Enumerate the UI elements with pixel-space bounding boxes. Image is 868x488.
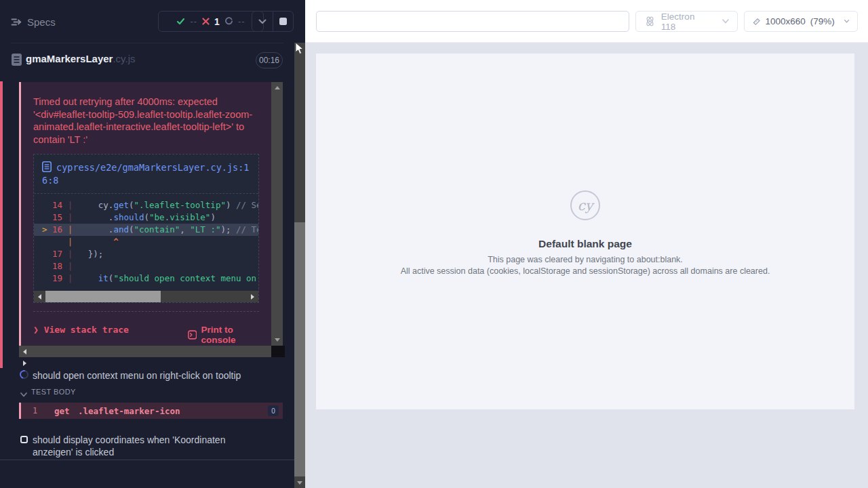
aut-iframe: cy Default blank page This page was clea… [316, 54, 854, 409]
scrollbar-corner [271, 346, 285, 357]
test-body-label: TEST BODY [31, 388, 76, 396]
chevron-down-icon [258, 19, 267, 24]
print-to-console-link[interactable]: Print to console [188, 325, 259, 345]
pending-icon [224, 17, 233, 26]
scroll-left-icon[interactable] [34, 291, 45, 302]
test-title: should open context menu on right-click … [33, 370, 241, 381]
test-stats: -- 1 -- [158, 11, 264, 32]
failed-icon [202, 18, 210, 25]
test-item-running[interactable]: should open context menu on right-click … [19, 369, 277, 382]
running-spinner-icon [18, 369, 31, 381]
reporter-header: Specs -- 1 -- [0, 0, 294, 43]
stop-button[interactable] [273, 12, 294, 31]
failed-count: 1 [214, 16, 220, 27]
command-method: get [54, 406, 70, 416]
code-frame: cypress/e2e/gmaMarkersLayer.cy.js:16:8 1… [33, 154, 259, 303]
passed-icon [176, 17, 185, 26]
error-horizontal-scrollbar[interactable] [19, 346, 271, 357]
error-separator [33, 311, 259, 312]
blank-page-content: cy Default blank page This page was clea… [316, 190, 854, 276]
scroll-right-icon[interactable] [247, 291, 258, 302]
error-links: ❯ View stack trace Print to console [33, 321, 259, 342]
cypress-logo: cy [570, 190, 600, 220]
viewport-size: 1000x660 [765, 16, 805, 26]
chevron-down-icon [20, 392, 27, 397]
scroll-right-icon[interactable] [19, 357, 31, 369]
collapse-all-button[interactable] [252, 12, 273, 31]
code-lines: 14 | cy.get(".leaflet-tooltip") // Selek… [34, 194, 258, 289]
passed-count: -- [190, 16, 197, 26]
browser-toolbar: Electron 118 1000x660 (79%) [305, 0, 868, 43]
code-horizontal-scrollbar[interactable] [34, 291, 258, 302]
scroll-up-icon[interactable] [271, 82, 283, 94]
cypress-runner: Specs -- 1 -- gmaMarkersLayer.cy.js 00:1… [0, 0, 868, 488]
blank-page-line1: This page was cleared by navigating to a… [488, 255, 683, 264]
aut-stage: Electron 118 1000x660 (79%) cy Default b… [305, 0, 868, 488]
command-message: .leaflet-marker-icon [78, 406, 180, 416]
run-controls [252, 11, 294, 32]
command-log-row[interactable]: 1 get .leaflet-marker-icon 0 [19, 403, 283, 419]
viewport-select[interactable]: 1000x660 (79%) [744, 11, 858, 32]
blank-page-title: Default blank page [538, 238, 632, 250]
failed-test-indicator-bar [0, 81, 3, 368]
spec-file-icon [11, 53, 22, 66]
blank-page-line2: All active session data (cookies, localS… [401, 266, 770, 276]
scroll-thumb[interactable] [294, 222, 305, 476]
chevron-down-icon [844, 19, 849, 24]
spec-timer: 00:16 [256, 52, 283, 68]
file-icon [42, 161, 52, 172]
scroll-down-icon[interactable] [271, 334, 283, 346]
specs-menu-icon[interactable] [10, 16, 23, 28]
scroll-thumb[interactable] [45, 291, 161, 302]
scroll-down-icon[interactable] [294, 477, 305, 488]
error-message: Timed out retrying after 4000ms: expecte… [33, 96, 262, 146]
browser-select[interactable]: Electron 118 [635, 11, 738, 32]
viewport-zoom: (79%) [810, 16, 835, 26]
terminal-icon [188, 329, 197, 340]
test-item-pending[interactable]: should display coordinates when 'Koordin… [19, 434, 263, 458]
spec-ext: .cy.js [113, 53, 135, 64]
electron-icon [644, 16, 656, 27]
error-panel: Timed out retrying after 4000ms: expecte… [19, 82, 283, 357]
code-frame-file[interactable]: cypress/e2e/gmaMarkersLayer.cy.js:16:8 [34, 155, 258, 194]
test-body-section[interactable]: TEST BODY [20, 388, 27, 400]
chevron-down-icon [722, 19, 729, 24]
mouse-cursor [295, 42, 304, 55]
list-divider [0, 460, 294, 460]
element-count-badge: 0 [268, 405, 279, 416]
pending-count: -- [238, 16, 245, 26]
scroll-left-icon[interactable] [19, 346, 31, 357]
spec-header[interactable]: gmaMarkersLayer.cy.js 00:16 [0, 43, 294, 75]
pending-test-icon [20, 436, 28, 443]
url-input[interactable] [316, 11, 629, 32]
view-stack-trace-link[interactable]: ❯ View stack trace [33, 325, 129, 335]
stop-icon [279, 18, 287, 25]
specs-title: Specs [27, 16, 56, 28]
spec-name: gmaMarkersLayer.cy.js [26, 53, 135, 64]
test-title: should display coordinates when 'Koordin… [33, 434, 256, 458]
browser-label: Electron 118 [661, 12, 711, 32]
command-number: 1 [33, 406, 37, 415]
error-vertical-scrollbar[interactable] [271, 82, 283, 346]
viewport-size-icon [753, 16, 760, 27]
reporter-scrollbar[interactable] [294, 43, 305, 488]
